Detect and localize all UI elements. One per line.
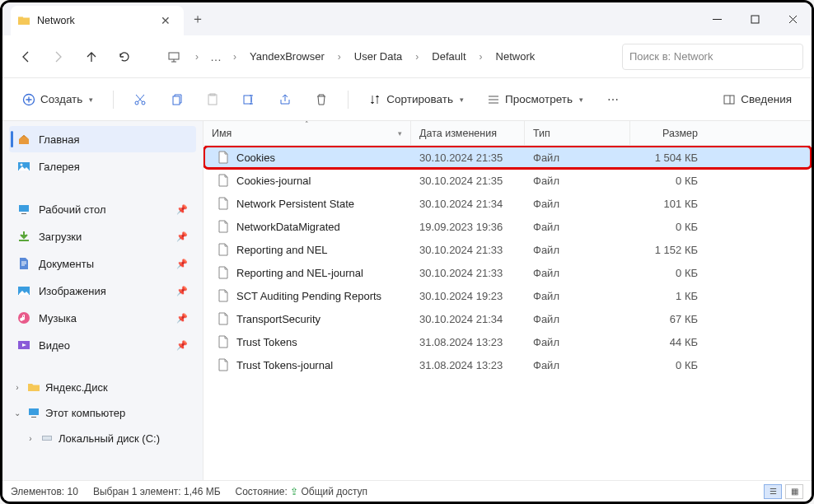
more-button[interactable]: ⋯ (598, 86, 628, 114)
cut-button[interactable] (125, 86, 155, 114)
pin-icon: 📌 (176, 340, 188, 351)
sidebar-label: Документы (39, 258, 94, 270)
view-button[interactable]: Просмотреть ▾ (479, 86, 592, 114)
file-type-cell: Файл (525, 244, 630, 256)
pin-icon: 📌 (176, 259, 188, 269)
file-date-cell: 30.10.2024 21:35 (411, 152, 525, 164)
file-row[interactable]: NetworkDataMigrated19.09.2023 19:36Файл0… (204, 215, 812, 238)
svg-rect-16 (29, 408, 39, 415)
navigation-pane[interactable]: Главная Галерея Рабочий стол📌 Загрузки📌 … (2, 121, 204, 480)
up-button[interactable] (77, 42, 106, 72)
file-name-cell: Trust Tokens-journal (208, 358, 411, 371)
chevron-down-icon: ▾ (89, 96, 93, 104)
new-tab-button[interactable]: ＋ (184, 2, 212, 35)
share-icon: ⇪ (290, 486, 301, 497)
minimize-button[interactable] (698, 2, 736, 35)
address-bar: › … › YandexBrowser › User Data › Defaul… (2, 35, 812, 78)
file-icon (217, 289, 230, 302)
sidebar-item-documents[interactable]: Документы📌 (9, 250, 196, 277)
tab-close-button[interactable]: ✕ (156, 12, 175, 29)
new-label: Создать (40, 93, 82, 105)
svg-rect-1 (169, 53, 179, 59)
sidebar-item-downloads[interactable]: Загрузки📌 (9, 223, 196, 250)
sort-button[interactable]: Сортировать ▾ (360, 86, 472, 114)
sidebar-item-home[interactable]: Главная (9, 126, 196, 152)
file-icon (217, 335, 230, 348)
path-overflow[interactable]: … (205, 50, 227, 63)
file-row[interactable]: Trust Tokens31.08.2024 13:23Файл44 КБ (204, 330, 812, 353)
sidebar-item-gallery[interactable]: Галерея (9, 153, 196, 180)
file-row[interactable]: Reporting and NEL30.10.2024 21:33Файл1 1… (204, 238, 812, 261)
item-count: Элементов: 10 (11, 486, 78, 497)
sidebar-item-thispc[interactable]: ⌄Этот компьютер (9, 400, 196, 425)
selection-info: Выбран 1 элемент: 1,46 МБ (93, 486, 221, 497)
window-tab[interactable]: Network ✕ (11, 6, 184, 35)
col-label: Дата изменения (419, 128, 497, 139)
file-type-cell: Файл (525, 198, 630, 210)
file-date-cell: 30.10.2024 21:35 (411, 175, 525, 187)
file-name-cell: Reporting and NEL (208, 243, 411, 256)
column-size[interactable]: Размер (630, 121, 706, 145)
copy-button[interactable] (161, 86, 191, 114)
sidebar-item-music[interactable]: Музыка📌 (9, 305, 196, 331)
share-button[interactable] (270, 86, 300, 114)
sidebar-label: Изображения (39, 285, 106, 297)
breadcrumb[interactable]: YandexBrowser (243, 45, 331, 68)
file-row[interactable]: TransportSecurity30.10.2024 21:34Файл67 … (204, 307, 812, 330)
sidebar-label: Загрузки (39, 231, 82, 243)
sidebar-label: Локальный диск (C:) (58, 432, 160, 445)
svg-rect-6 (208, 95, 217, 105)
svg-rect-8 (244, 96, 251, 104)
sidebar-item-videos[interactable]: Видео📌 (9, 332, 196, 358)
column-type[interactable]: Тип (525, 121, 630, 145)
column-date[interactable]: Дата изменения (411, 121, 525, 145)
col-label: Тип (533, 128, 550, 139)
chevron-icon: › (412, 51, 422, 63)
sidebar-item-localdisk[interactable]: ›Локальный диск (C:) (9, 426, 196, 450)
file-rows[interactable]: Cookies30.10.2024 21:35Файл1 504 КБCooki… (204, 146, 812, 480)
chevron-icon: › (230, 51, 240, 63)
svg-rect-0 (751, 16, 759, 23)
file-list-pane: ˄Имя▾ Дата изменения Тип Размер Cookies3… (204, 121, 812, 480)
sidebar-item-pictures[interactable]: Изображения📌 (9, 278, 196, 304)
svg-point-11 (21, 164, 23, 166)
file-row[interactable]: Cookies-journal30.10.2024 21:35Файл0 КБ (204, 169, 812, 192)
new-button[interactable]: Создать ▾ (14, 86, 101, 114)
pin-icon: 📌 (176, 313, 188, 324)
breadcrumb[interactable]: Network (489, 45, 542, 68)
expand-icon: › (12, 383, 22, 392)
sidebar-item-desktop[interactable]: Рабочий стол📌 (9, 196, 196, 222)
icons-view-button[interactable]: ▦ (785, 484, 803, 499)
file-name-cell: Cookies (208, 151, 411, 164)
file-row[interactable]: SCT Auditing Pending Reports30.10.2024 1… (204, 284, 812, 307)
sidebar-label: Рабочий стол (39, 203, 106, 216)
file-row[interactable]: Cookies30.10.2024 21:35Файл1 504 КБ (204, 146, 812, 169)
rename-button[interactable] (234, 86, 264, 114)
state-info: Состояние: ⇪ Общий доступ (236, 486, 368, 497)
delete-button[interactable] (306, 86, 336, 114)
details-pane-button[interactable]: Сведения (714, 86, 800, 114)
search-input[interactable]: Поиск в: Network (622, 44, 803, 70)
paste-button[interactable] (198, 86, 227, 114)
back-button[interactable] (11, 42, 40, 72)
refresh-button[interactable] (110, 42, 139, 72)
file-size-cell: 0 КБ (630, 221, 706, 233)
file-date-cell: 19.09.2023 19:36 (411, 221, 525, 233)
breadcrumb[interactable]: Default (425, 45, 472, 68)
filter-icon[interactable]: ▾ (398, 129, 402, 138)
file-size-cell: 101 КБ (630, 198, 706, 210)
file-row[interactable]: Reporting and NEL-journal30.10.2024 21:3… (204, 261, 812, 284)
details-view-button[interactable]: ☰ (764, 484, 782, 499)
forward-button[interactable] (44, 42, 73, 72)
column-headers: ˄Имя▾ Дата изменения Тип Размер (204, 121, 812, 146)
breadcrumb[interactable]: User Data (348, 45, 409, 68)
maximize-button[interactable] (736, 2, 774, 35)
file-name-cell: TransportSecurity (208, 312, 411, 325)
column-name[interactable]: ˄Имя▾ (204, 121, 411, 145)
sidebar-item-yadisk[interactable]: ›Яндекс.Диск (9, 375, 196, 399)
file-icon (217, 220, 230, 233)
file-row[interactable]: Trust Tokens-journal31.08.2024 13:23Файл… (204, 353, 812, 376)
pc-icon[interactable] (159, 42, 189, 72)
close-button[interactable] (774, 2, 812, 35)
file-row[interactable]: Network Persistent State30.10.2024 21:34… (204, 192, 812, 215)
